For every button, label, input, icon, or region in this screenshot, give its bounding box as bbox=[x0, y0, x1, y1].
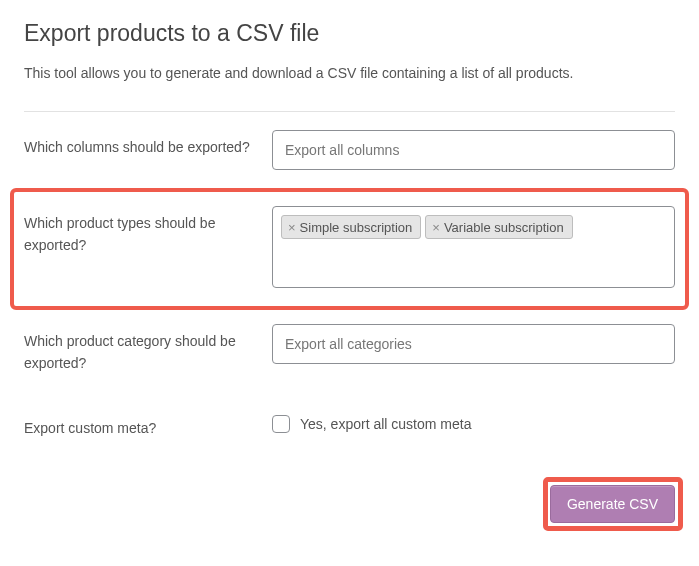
row-custom-meta: Export custom meta? Yes, export all cust… bbox=[24, 393, 675, 457]
page-description: This tool allows you to generate and dow… bbox=[24, 65, 675, 81]
page-title: Export products to a CSV file bbox=[24, 20, 675, 47]
checkbox-custom-meta[interactable] bbox=[272, 415, 290, 433]
select-product-types[interactable]: × Simple subscription × Variable subscri… bbox=[272, 206, 675, 288]
select-category-placeholder: Export all categories bbox=[285, 336, 412, 352]
close-icon[interactable]: × bbox=[432, 221, 440, 234]
select-columns[interactable]: Export all columns bbox=[272, 130, 675, 170]
label-category: Which product category should be exporte… bbox=[24, 324, 272, 375]
actions-row: Generate CSV bbox=[24, 485, 675, 523]
generate-csv-button[interactable]: Generate CSV bbox=[550, 485, 675, 523]
tag-label: Variable subscription bbox=[444, 220, 564, 235]
label-columns: Which columns should be exported? bbox=[24, 130, 272, 158]
label-custom-meta: Export custom meta? bbox=[24, 411, 272, 439]
label-product-types: Which product types should be exported? bbox=[24, 206, 272, 257]
close-icon[interactable]: × bbox=[288, 221, 296, 234]
tag-simple-subscription: × Simple subscription bbox=[281, 215, 421, 239]
export-form: Which columns should be exported? Export… bbox=[24, 111, 675, 457]
row-columns: Which columns should be exported? Export… bbox=[24, 112, 675, 188]
tag-variable-subscription: × Variable subscription bbox=[425, 215, 572, 239]
tag-label: Simple subscription bbox=[300, 220, 413, 235]
row-category: Which product category should be exporte… bbox=[24, 306, 675, 393]
row-product-types: Which product types should be exported? … bbox=[24, 188, 675, 306]
select-columns-placeholder: Export all columns bbox=[285, 142, 399, 158]
checkbox-custom-meta-label: Yes, export all custom meta bbox=[300, 416, 471, 432]
select-category[interactable]: Export all categories bbox=[272, 324, 675, 364]
